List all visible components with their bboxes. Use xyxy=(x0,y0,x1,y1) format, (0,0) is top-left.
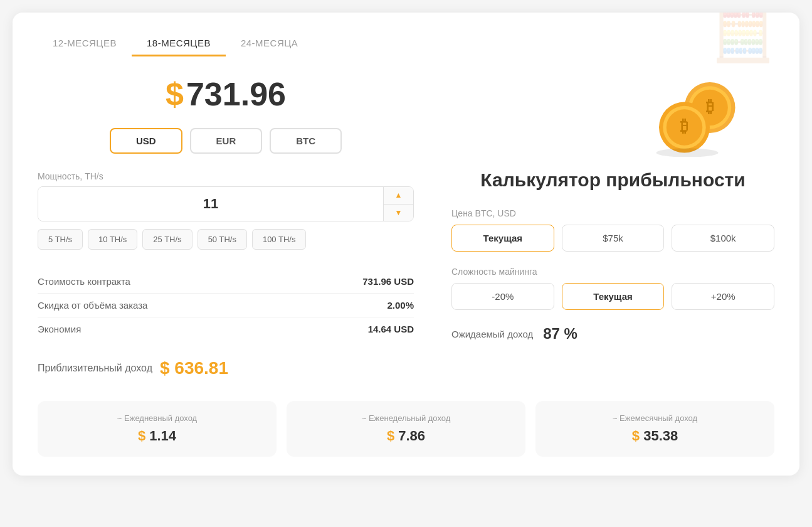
quick-5[interactable]: 5 TH/s xyxy=(38,229,83,250)
quick-100[interactable]: 100 TH/s xyxy=(252,229,307,250)
income-row: Приблизительный доход $ 636.81 xyxy=(38,358,414,378)
income-value: 636.81 xyxy=(174,358,228,378)
weekly-dollar: $ xyxy=(387,428,394,444)
mining-label: Сложность майнинга xyxy=(451,267,774,277)
currency-usd[interactable]: USD xyxy=(110,128,182,154)
daily-value: 1.14 xyxy=(149,428,176,444)
income-amount: $ 636.81 xyxy=(160,358,228,378)
expected-row: Ожидаемый доход 87 % xyxy=(451,325,774,343)
monthly-income-card: ~ Ежемесячный доход $ 35.38 xyxy=(535,401,774,457)
mining-current-btn[interactable]: Текущая xyxy=(562,283,665,310)
monthly-dollar: $ xyxy=(632,428,640,444)
tab-24[interactable]: 24-МЕСЯЦА xyxy=(226,31,313,56)
bitcoin-coins-icon: ₿ ₿ xyxy=(636,75,749,157)
income-cards: ~ Ежедневный доход $ 1.14 ~ Еженедельный… xyxy=(38,401,774,457)
spinner-up[interactable]: ▲ xyxy=(384,187,413,205)
btc-75k-btn[interactable]: $75k xyxy=(562,225,665,252)
mining-minus20-btn[interactable]: -20% xyxy=(451,283,554,310)
price-symbol: $ xyxy=(166,76,184,112)
currency-buttons: USD EUR BTC xyxy=(38,128,414,154)
contract-cost-row: Стоимость контракта 731.96 USD xyxy=(38,270,414,294)
main-layout: $731.96 USD EUR BTC Мощность, TH/s ▲ ▼ 5… xyxy=(38,75,774,378)
coin-image-container: ₿ ₿ xyxy=(451,75,749,157)
calculator-title: Калькулятор прибыльности xyxy=(451,169,774,191)
svg-text:₿: ₿ xyxy=(706,98,714,115)
contract-savings-row: Экономия 14.64 USD xyxy=(38,317,414,341)
price-display: $731.96 xyxy=(38,75,414,113)
monthly-income-amount: $ 35.38 xyxy=(546,428,764,444)
quick-25[interactable]: 25 TH/s xyxy=(142,229,192,250)
weekly-income-card: ~ Еженедельный доход $ 7.86 xyxy=(287,401,525,457)
expected-value: 87 % xyxy=(543,325,577,343)
quick-10[interactable]: 10 TH/s xyxy=(88,229,137,250)
power-input-row: ▲ ▼ xyxy=(38,186,414,221)
daily-dollar: $ xyxy=(138,428,145,444)
quick-50[interactable]: 50 TH/s xyxy=(198,229,247,250)
expected-label: Ожидаемый доход xyxy=(451,329,533,339)
btc-price-label: Цена BTC, USD xyxy=(451,208,774,218)
tab-12[interactable]: 12-МЕСЯЦЕВ xyxy=(38,31,132,56)
contract-cost-label: Стоимость контракта xyxy=(38,276,130,287)
quick-select: 5 TH/s 10 TH/s 25 TH/s 50 TH/s 100 TH/s xyxy=(38,229,414,250)
btc-current-btn[interactable]: Текущая xyxy=(451,225,554,252)
left-panel: $731.96 USD EUR BTC Мощность, TH/s ▲ ▼ 5… xyxy=(38,75,414,378)
mining-plus20-btn[interactable]: +20% xyxy=(672,283,774,310)
btc-price-buttons: Текущая $75k $100k xyxy=(451,225,774,252)
tab-18[interactable]: 18-МЕСЯЦЕВ xyxy=(132,31,226,56)
daily-income-label: ~ Ежедневный доход xyxy=(48,413,266,423)
power-spinner: ▲ ▼ xyxy=(383,187,413,221)
svg-text:₿: ₿ xyxy=(680,117,688,135)
monthly-income-label: ~ Ежемесячный доход xyxy=(546,413,764,423)
btc-100k-btn[interactable]: $100k xyxy=(672,225,774,252)
weekly-income-label: ~ Еженедельный доход xyxy=(297,413,515,423)
main-card: 🧮 12-МЕСЯЦЕВ 18-МЕСЯЦЕВ 24-МЕСЯЦА $731.9… xyxy=(13,13,799,476)
spinner-down[interactable]: ▼ xyxy=(384,205,413,221)
weekly-value: 7.86 xyxy=(398,428,425,444)
power-label: Мощность, TH/s xyxy=(38,171,414,181)
price-amount: 731.96 xyxy=(186,76,286,112)
contract-savings-label: Экономия xyxy=(38,324,81,334)
daily-income-card: ~ Ежедневный доход $ 1.14 xyxy=(38,401,277,457)
contract-details: Стоимость контракта 731.96 USD Скидка от… xyxy=(38,270,414,341)
currency-btc[interactable]: BTC xyxy=(270,128,342,154)
mining-buttons: -20% Текущая +20% xyxy=(451,283,774,310)
daily-income-amount: $ 1.14 xyxy=(48,428,266,444)
period-tabs: 12-МЕСЯЦЕВ 18-МЕСЯЦЕВ 24-МЕСЯЦА xyxy=(38,31,774,56)
power-input[interactable] xyxy=(38,187,383,221)
income-label: Приблизительный доход xyxy=(38,363,152,374)
svg-point-8 xyxy=(656,148,719,157)
contract-savings-value: 14.64 USD xyxy=(368,324,414,334)
weekly-income-amount: $ 7.86 xyxy=(297,428,515,444)
monthly-value: 35.38 xyxy=(643,428,678,444)
contract-discount-value: 2.00% xyxy=(387,300,414,311)
contract-discount-label: Скидка от объёма заказа xyxy=(38,300,147,311)
contract-cost-value: 731.96 USD xyxy=(362,276,414,287)
contract-discount-row: Скидка от объёма заказа 2.00% xyxy=(38,294,414,317)
right-panel: ₿ ₿ Калькулятор прибыльности Цена BTC, U… xyxy=(451,75,774,378)
income-symbol: $ xyxy=(160,358,170,378)
currency-eur[interactable]: EUR xyxy=(190,128,263,154)
calculator-decoration: 🧮 xyxy=(712,13,774,65)
